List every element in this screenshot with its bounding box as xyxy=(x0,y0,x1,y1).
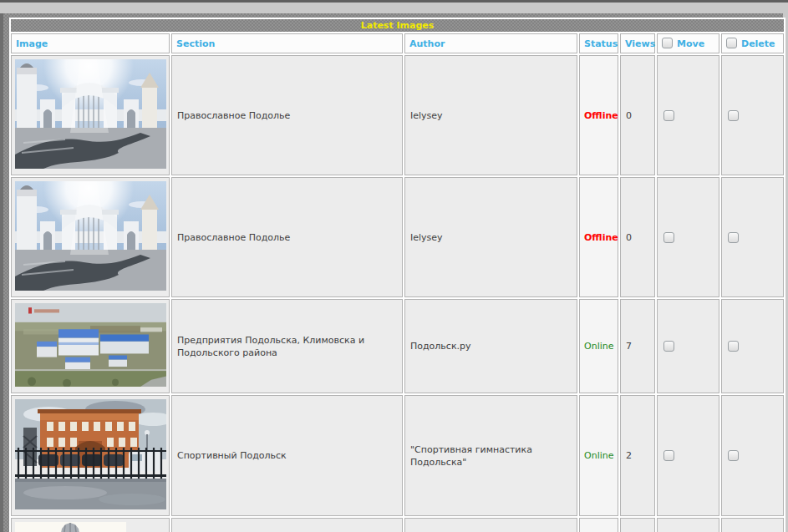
column-header-section: Section xyxy=(171,33,403,53)
move-cell xyxy=(657,518,719,532)
views-cell: 2 xyxy=(620,395,655,516)
image-cell xyxy=(11,177,170,297)
screen: Latest Images Image Section Author Statu… xyxy=(0,0,788,532)
image-cell xyxy=(11,518,170,532)
column-header-label: Delete xyxy=(741,38,775,48)
section-cell: Спортивный Подольск xyxy=(171,395,403,516)
top-divider-bar xyxy=(0,0,788,3)
table-row: Православное Подолье Ielysey Offline 0 xyxy=(11,55,784,175)
table-row xyxy=(11,518,784,532)
section-cell: Предприятия Подольска, Климовска и Подол… xyxy=(171,299,403,393)
delete-checkbox[interactable] xyxy=(728,341,739,352)
select-all-move-checkbox[interactable] xyxy=(662,38,673,48)
status-badge: Offline xyxy=(584,232,618,243)
table-row: Предприятия Подольска, Климовска и Подол… xyxy=(11,299,784,393)
table-body: Православное Подолье Ielysey Offline 0 xyxy=(11,55,784,532)
author-label: Ielysey xyxy=(410,110,443,121)
status-badge: Online xyxy=(584,450,613,461)
status-cell: Online xyxy=(579,299,618,393)
latest-images-table: Latest Images Image Section Author Statu… xyxy=(9,18,785,532)
move-checkbox[interactable] xyxy=(663,232,674,243)
image-thumbnail[interactable] xyxy=(15,399,166,509)
delete-checkbox[interactable] xyxy=(728,110,739,121)
delete-cell xyxy=(721,177,784,297)
column-header-delete: Delete xyxy=(721,33,784,53)
section-cell: Православное Подолье xyxy=(171,177,403,297)
status-cell: Offline xyxy=(579,177,618,297)
column-header-label: Image xyxy=(16,38,48,49)
image-cell xyxy=(11,395,170,516)
move-cell xyxy=(657,177,719,297)
author-cell xyxy=(404,518,577,532)
section-label: Предприятия Подольска, Климовска и Подол… xyxy=(177,335,364,358)
author-cell: Подольск.ру xyxy=(404,299,577,393)
author-cell: Ielysey xyxy=(404,177,577,297)
image-cell xyxy=(11,55,170,175)
section-cell: Православное Подолье xyxy=(171,55,403,175)
views-count: 7 xyxy=(626,341,632,352)
section-cell xyxy=(171,518,403,532)
table-title-row: Latest Images xyxy=(11,19,784,32)
author-label: Ielysey xyxy=(410,232,443,243)
select-all-delete-checkbox[interactable] xyxy=(726,38,737,48)
column-header-image: Image xyxy=(11,33,170,53)
section-label: Православное Подолье xyxy=(177,110,290,121)
status-cell: Online xyxy=(579,395,618,516)
author-label: Подольск.ру xyxy=(410,341,471,352)
author-cell: "Спортивная гимнастика Подольска" xyxy=(404,395,577,516)
views-cell: 7 xyxy=(620,299,655,393)
image-cell xyxy=(11,299,170,393)
author-cell: Ielysey xyxy=(404,55,577,175)
image-thumbnail[interactable] xyxy=(15,522,126,532)
author-label: "Спортивная гимнастика Подольска" xyxy=(410,444,532,468)
delete-cell xyxy=(721,395,784,516)
image-thumbnail[interactable] xyxy=(15,59,166,169)
table-header-row: Image Section Author Status Views Move D… xyxy=(11,33,784,53)
views-count: 2 xyxy=(626,450,632,461)
views-cell: 0 xyxy=(620,55,655,175)
delete-cell xyxy=(721,55,784,175)
views-cell: 0 xyxy=(620,177,655,297)
column-header-label: Move xyxy=(677,38,704,48)
photo-gate-arch xyxy=(15,181,166,291)
delete-checkbox[interactable] xyxy=(728,232,739,243)
column-header-author: Author xyxy=(404,33,577,53)
column-header-label: Status xyxy=(584,38,618,49)
delete-cell xyxy=(721,299,784,393)
column-header-views: Views xyxy=(620,33,655,53)
image-thumbnail[interactable] xyxy=(15,181,166,291)
table-row: Спортивный Подольск "Спортивная гимнасти… xyxy=(11,395,784,516)
status-cell: Offline xyxy=(579,55,618,175)
move-checkbox[interactable] xyxy=(663,450,674,461)
photo-industrial-aerial xyxy=(15,303,166,387)
delete-cell xyxy=(721,518,784,532)
photo-coat-of-arms xyxy=(15,522,126,532)
move-cell xyxy=(657,395,719,516)
column-header-status: Status xyxy=(579,33,618,53)
table-row: Православное Подолье Ielysey Offline 0 xyxy=(11,177,784,297)
photo-brick-building xyxy=(15,399,166,509)
section-label: Православное Подолье xyxy=(177,232,290,243)
delete-checkbox[interactable] xyxy=(728,450,739,461)
table-title: Latest Images xyxy=(11,19,784,32)
column-header-label: Views xyxy=(625,38,655,49)
views-cell xyxy=(620,518,655,532)
views-count: 0 xyxy=(626,232,632,243)
status-cell xyxy=(579,518,618,532)
column-header-label: Section xyxy=(176,38,215,49)
status-badge: Offline xyxy=(584,110,618,121)
status-badge: Online xyxy=(584,341,613,352)
move-cell xyxy=(657,55,719,175)
move-checkbox[interactable] xyxy=(663,341,674,352)
views-count: 0 xyxy=(626,110,632,121)
move-cell xyxy=(657,299,719,393)
column-header-move: Move xyxy=(657,33,719,53)
photo-gate-arch xyxy=(15,59,166,169)
page-background: Latest Images Image Section Author Statu… xyxy=(0,13,783,532)
column-header-label: Author xyxy=(409,38,445,49)
section-label: Спортивный Подольск xyxy=(177,450,287,461)
move-checkbox[interactable] xyxy=(663,110,674,121)
image-thumbnail[interactable] xyxy=(15,303,166,387)
